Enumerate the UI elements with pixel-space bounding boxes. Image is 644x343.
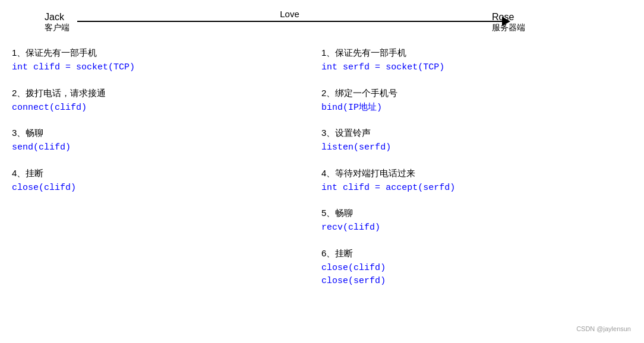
left-step-1-title: 1、保证先有一部手机	[12, 47, 298, 59]
right-step-5-title: 5、畅聊	[321, 208, 632, 219]
left-step-4-code: close(clifd)	[12, 182, 298, 195]
right-step-6: 6、挂断 close(clifd) close(serfd)	[321, 248, 632, 288]
rose-label: Rose 服务器端	[492, 12, 525, 33]
right-step-4-code: int clifd = accept(serfd)	[321, 182, 632, 195]
right-step-1-title: 1、保证先有一部手机	[321, 47, 632, 59]
right-step-2-title: 2、绑定一个手机号	[321, 88, 632, 99]
rose-name: Rose	[492, 12, 525, 23]
right-step-4-title: 4、等待对端打电话过来	[321, 168, 632, 179]
right-step-5-code: recv(clifd)	[321, 221, 632, 235]
right-step-2: 2、绑定一个手机号 bind(IP地址)	[321, 88, 632, 115]
right-step-5: 5、畅聊 recv(clifd)	[321, 208, 632, 235]
rose-subtitle: 服务器端	[492, 23, 525, 33]
arrow-line: Love	[77, 21, 502, 22]
left-step-1: 1、保证先有一部手机 int clifd = socket(TCP)	[12, 47, 298, 75]
left-step-3-code: send(clifd)	[12, 141, 298, 155]
left-step-4: 4、挂断 close(clifd)	[12, 168, 298, 195]
jack-subtitle: 客户端	[45, 23, 70, 33]
watermark: CSDN @jaylensun	[576, 325, 631, 332]
right-column: 1、保证先有一部手机 int serfd = socket(TCP) 2、绑定一…	[310, 47, 632, 343]
jack-name: Jack	[45, 12, 70, 23]
header-row: Jack 客户端 Love Rose 服务器端	[12, 12, 632, 47]
arrow-container: Love	[77, 17, 510, 26]
left-step-1-code: int clifd = socket(TCP)	[12, 61, 298, 75]
jack-label: Jack 客户端	[45, 12, 70, 33]
right-step-6-code: close(clifd) close(serfd)	[321, 262, 632, 288]
right-step-2-code: bind(IP地址)	[321, 101, 632, 115]
left-step-4-title: 4、挂断	[12, 168, 298, 179]
left-step-2: 2、拨打电话，请求接通 connect(clifd)	[12, 88, 298, 115]
right-step-1: 1、保证先有一部手机 int serfd = socket(TCP)	[321, 47, 632, 75]
left-step-3-title: 3、畅聊	[12, 128, 298, 139]
content-area: 1、保证先有一部手机 int clifd = socket(TCP) 2、拨打电…	[0, 47, 644, 343]
arrow-label: Love	[280, 9, 299, 19]
diagram-container: Jack 客户端 Love Rose 服务器端 1、保证先有一部手机 int c…	[0, 0, 644, 343]
left-step-2-code: connect(clifd)	[12, 101, 298, 115]
left-step-2-title: 2、拨打电话，请求接通	[12, 88, 298, 99]
left-step-3: 3、畅聊 send(clifd)	[12, 128, 298, 155]
right-step-6-title: 6、挂断	[321, 248, 632, 259]
right-step-3-title: 3、设置铃声	[321, 128, 632, 139]
right-step-3-code: listen(serfd)	[321, 141, 632, 155]
right-step-1-code: int serfd = socket(TCP)	[321, 61, 632, 75]
right-step-3: 3、设置铃声 listen(serfd)	[321, 128, 632, 155]
right-step-4: 4、等待对端打电话过来 int clifd = accept(serfd)	[321, 168, 632, 195]
left-column: 1、保证先有一部手机 int clifd = socket(TCP) 2、拨打电…	[12, 47, 310, 343]
